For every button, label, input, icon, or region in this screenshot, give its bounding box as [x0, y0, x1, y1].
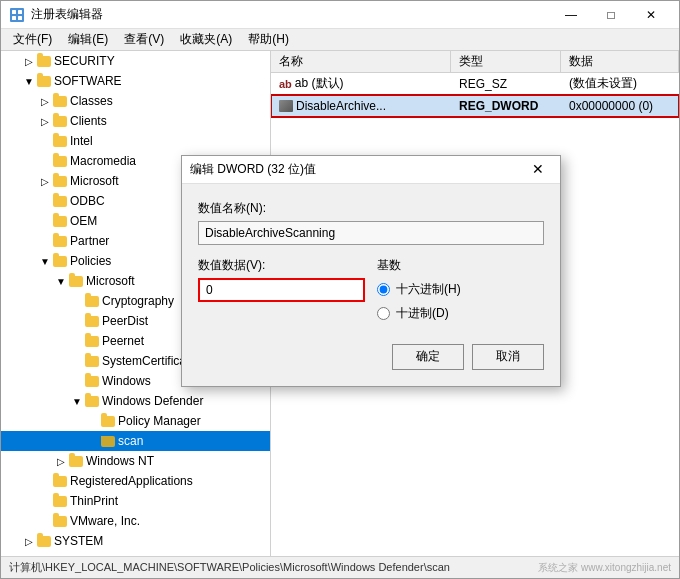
dialog-name-input[interactable] [198, 221, 544, 245]
dialog-body: 数值名称(N): 数值数据(V): 基数 十六进制(H) [182, 184, 560, 386]
tree-item-policymanager[interactable]: ▷ Policy Manager [1, 411, 270, 431]
folder-icon-policymanager [101, 416, 115, 427]
expander-clients: ▷ [37, 113, 53, 129]
cell-default-type: REG_SZ [451, 73, 561, 94]
folder-icon-windowsnt [69, 456, 83, 467]
dialog-title-text: 编辑 DWORD (32 位)值 [190, 161, 524, 178]
menu-edit[interactable]: 编辑(E) [60, 29, 116, 50]
list-row-default[interactable]: ab ab (默认) REG_SZ (数值未设置) [271, 73, 679, 95]
menu-help[interactable]: 帮助(H) [240, 29, 297, 50]
tree-item-security[interactable]: ▷ SECURITY [1, 51, 270, 71]
tree-label-windows: Windows [102, 374, 151, 388]
tree-label-partner: Partner [70, 234, 109, 248]
tree-item-vmware[interactable]: ▷ VMware, Inc. [1, 511, 270, 531]
tree-label-registered: RegisteredApplications [70, 474, 193, 488]
tree-label-microsoft: Microsoft [70, 174, 119, 188]
header-data: 数据 [561, 51, 679, 72]
folder-icon-pol-microsoft [69, 276, 83, 287]
folder-icon-intel [53, 136, 67, 147]
tree-label-intel: Intel [70, 134, 93, 148]
dialog-value-field: 数值数据(V): [198, 257, 365, 328]
tree-label-cryptography: Cryptography [102, 294, 174, 308]
tree-item-clients[interactable]: ▷ Clients [1, 111, 270, 131]
cell-archive-type: REG_DWORD [451, 95, 561, 116]
maximize-button[interactable]: □ [591, 1, 631, 29]
radio-dec-label: 十进制(D) [396, 305, 449, 322]
menu-favorites[interactable]: 收藏夹(A) [172, 29, 240, 50]
tree-item-system[interactable]: ▷ SYSTEM [1, 531, 270, 551]
dialog-ok-button[interactable]: 确定 [392, 344, 464, 370]
menu-view[interactable]: 查看(V) [116, 29, 172, 50]
folder-icon-peernet [85, 336, 99, 347]
menu-file[interactable]: 文件(F) [5, 29, 60, 50]
folder-icon-policies [53, 256, 67, 267]
status-bar: 计算机\HKEY_LOCAL_MACHINE\SOFTWARE\Policies… [1, 556, 679, 578]
tree-item-software[interactable]: ▼ SOFTWARE [1, 71, 270, 91]
cell-archive-data: 0x00000000 (0) [561, 95, 679, 116]
radio-hex-row: 十六进制(H) [377, 280, 544, 300]
cell-archive-name: DisableArchive... [271, 95, 451, 116]
window-title: 注册表编辑器 [31, 6, 551, 23]
dialog-name-label: 数值名称(N): [198, 200, 544, 217]
radio-hex-label: 十六进制(H) [396, 281, 461, 298]
radio-dec[interactable] [377, 307, 390, 320]
tree-item-registered[interactable]: ▷ RegisteredApplications [1, 471, 270, 491]
tree-item-scan[interactable]: ▷ scan [1, 431, 270, 451]
radio-hex[interactable] [377, 283, 390, 296]
status-path: 计算机\HKEY_LOCAL_MACHINE\SOFTWARE\Policies… [9, 560, 450, 575]
dialog-buttons: 确定 取消 [198, 340, 544, 370]
folder-icon-classes [53, 96, 67, 107]
folder-icon-partner [53, 236, 67, 247]
folder-icon-peerdist [85, 316, 99, 327]
tree-item-intel[interactable]: ▷ Intel [1, 131, 270, 151]
expander-system: ▷ [21, 533, 37, 549]
folder-icon-thinprint [53, 496, 67, 507]
tree-item-thinprint[interactable]: ▷ ThinPrint [1, 491, 270, 511]
cell-default-name: ab ab (默认) [271, 73, 451, 94]
tree-label-policymanager: Policy Manager [118, 414, 201, 428]
minimize-button[interactable]: — [551, 1, 591, 29]
folder-icon-windefender [85, 396, 99, 407]
dialog-data-label: 数值数据(V): [198, 257, 365, 274]
list-header: 名称 类型 数据 [271, 51, 679, 73]
expander-pol-microsoft: ▼ [53, 273, 69, 289]
dialog-value-input[interactable] [198, 278, 365, 302]
tree-label-system: SYSTEM [54, 534, 103, 548]
expander-security: ▷ [21, 53, 37, 69]
folder-icon-system [37, 536, 51, 547]
folder-icon-vmware [53, 516, 67, 527]
dialog-cancel-button[interactable]: 取消 [472, 344, 544, 370]
expander-software: ▼ [21, 73, 37, 89]
folder-icon-registered [53, 476, 67, 487]
expander-policies: ▼ [37, 253, 53, 269]
list-row-disable-archive[interactable]: DisableArchive... REG_DWORD 0x00000000 (… [271, 95, 679, 117]
tree-label-pol-microsoft: Microsoft [86, 274, 135, 288]
svg-rect-1 [12, 10, 16, 14]
watermark-text: 系统之家 www.xitongzhijia.net [538, 561, 671, 575]
close-button[interactable]: ✕ [631, 1, 671, 29]
folder-icon-windows [85, 376, 99, 387]
tree-item-classes[interactable]: ▷ Classes [1, 91, 270, 111]
folder-icon-scan [101, 436, 115, 447]
cell-default-name-text: ab (默认) [295, 75, 344, 92]
expander-classes: ▷ [37, 93, 53, 109]
folder-icon-systemcerts [85, 356, 99, 367]
svg-rect-3 [12, 16, 16, 20]
svg-rect-4 [18, 16, 22, 20]
radio-dec-row: 十进制(D) [377, 304, 544, 324]
folder-icon-software [37, 76, 51, 87]
tree-label-clients: Clients [70, 114, 107, 128]
folder-icon-oem [53, 216, 67, 227]
tree-item-windowsnt[interactable]: ▷ Windows NT [1, 451, 270, 471]
dialog-close-button[interactable]: ✕ [524, 158, 552, 180]
tree-label-scan: scan [118, 434, 143, 448]
dialog-base-group: 基数 十六进制(H) 十进制(D) [377, 257, 544, 328]
folder-icon-security [37, 56, 51, 67]
tree-label-windefender: Windows Defender [102, 394, 203, 408]
title-bar: 注册表编辑器 — □ ✕ [1, 1, 679, 29]
tree-label-vmware: VMware, Inc. [70, 514, 140, 528]
tree-label-peerdist: PeerDist [102, 314, 148, 328]
tree-item-windefender[interactable]: ▼ Windows Defender [1, 391, 270, 411]
title-bar-controls: — □ ✕ [551, 1, 671, 29]
folder-icon-odbc [53, 196, 67, 207]
